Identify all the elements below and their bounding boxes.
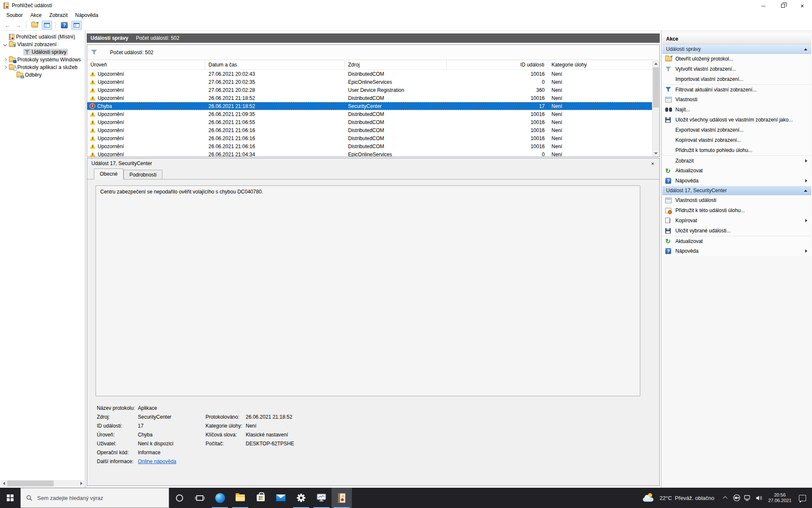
scroll-left-icon[interactable] xyxy=(0,480,7,487)
table-row[interactable]: !Upozornění26.06.2021 21:04:34EpicOnline… xyxy=(87,150,652,157)
cell-level: !Upozornění xyxy=(87,127,205,133)
taskbar-app-cortana[interactable] xyxy=(169,488,189,508)
table-row[interactable]: !Upozornění27.06.2021 20:02:28User Devic… xyxy=(87,86,652,94)
hidden-icons-chevron-icon[interactable] xyxy=(720,488,731,508)
column-header-source[interactable]: Zdroj xyxy=(345,60,447,69)
back-icon[interactable]: ← xyxy=(3,22,12,29)
meet-now-icon[interactable] xyxy=(731,488,742,508)
taskbar-app-microsoft-store[interactable] xyxy=(250,488,271,508)
action-item[interactable]: ?Nápověda xyxy=(662,246,811,256)
taskbar-app-event-viewer[interactable] xyxy=(332,488,352,508)
tree-item-3[interactable]: Protokoly systému Windows xyxy=(0,56,85,64)
column-header-datetime[interactable]: Datum a čas xyxy=(205,60,345,69)
cell-event-id: 10016 xyxy=(447,119,548,125)
tree-item-1[interactable]: Vlastní zobrazení xyxy=(0,41,85,48)
tree-horizontal-scrollbar[interactable] xyxy=(0,480,85,487)
chevron-right-icon[interactable] xyxy=(2,58,8,61)
action-section-header-1[interactable]: Událost 17, SecurityCenter xyxy=(662,186,811,195)
chevron-down-icon[interactable] xyxy=(2,43,8,46)
taskbar-app-task-view[interactable] xyxy=(189,488,210,508)
table-row[interactable]: !Upozornění26.06.2021 21:06:16Distribute… xyxy=(87,126,652,134)
tree-item-4[interactable]: Protokoly aplikací a služeb xyxy=(0,64,85,71)
toolbar-separator xyxy=(55,22,56,28)
table-row[interactable]: !Upozornění26.06.2021 21:09:35Distribute… xyxy=(87,110,652,118)
tree-item-label: Události správy xyxy=(32,49,66,55)
tab-podrobnosti[interactable]: Podrobnosti xyxy=(123,170,162,179)
minimize-button[interactable]: — xyxy=(754,0,773,11)
show-console-tree-button[interactable] xyxy=(42,21,52,30)
column-header-event-id[interactable]: ID události xyxy=(447,60,548,69)
taskbar-app-mail[interactable] xyxy=(271,488,291,508)
action-item[interactable]: Exportovat vlastní zobrazení... xyxy=(662,125,811,135)
action-item[interactable]: Vytvořit vlastní zobrazení... xyxy=(662,64,811,74)
tree-item-2[interactable]: Události správy xyxy=(0,48,85,56)
action-item[interactable]: Vlastnosti události xyxy=(662,195,811,205)
tree-item-0[interactable]: Prohlížeč událostí (Místní) xyxy=(0,33,85,41)
table-row[interactable]: !Upozornění27.06.2021 20:02:43Distribute… xyxy=(87,70,652,78)
open-saved-log-button[interactable] xyxy=(30,21,40,30)
network-icon[interactable] xyxy=(742,488,753,508)
column-header-category[interactable]: Kategorie úlohy xyxy=(548,60,652,69)
help-icon: ? xyxy=(665,178,671,184)
action-item[interactable]: Přidružit k tomuto pohledu úlohu... xyxy=(662,145,811,155)
table-row[interactable]: !Upozornění27.06.2021 20:02:35EpicOnline… xyxy=(87,78,652,86)
volume-icon[interactable] xyxy=(753,488,764,508)
action-item[interactable]: Importovat vlastní zobrazení... xyxy=(662,74,811,84)
show-action-pane-button[interactable] xyxy=(71,21,82,30)
taskbar-clock[interactable]: 20:56 27.06.2021 xyxy=(766,492,794,503)
scrollbar-thumb[interactable] xyxy=(7,480,54,486)
forward-icon[interactable]: → xyxy=(14,22,22,29)
action-item[interactable]: Zobrazit xyxy=(662,155,811,166)
tab-obecne[interactable]: Obecné xyxy=(94,168,123,179)
action-item[interactable]: Přidružit k této události úlohu... xyxy=(662,205,811,215)
action-item[interactable]: Otevřít uložený protokol... xyxy=(662,54,811,64)
action-item[interactable]: Kopírovat xyxy=(662,215,811,226)
cell-category: Není xyxy=(548,103,652,109)
close-icon[interactable]: × xyxy=(651,160,654,167)
taskbar-app-performance-monitor[interactable] xyxy=(311,488,332,508)
menu-bar: Soubor Akce Zobrazit Nápověda xyxy=(0,11,812,19)
action-item[interactable]: Najít... xyxy=(662,105,811,115)
action-item[interactable]: Uložit vybrané události... xyxy=(662,226,811,236)
menu-napoveda[interactable]: Nápověda xyxy=(71,11,102,19)
scroll-down-icon[interactable] xyxy=(653,150,659,157)
table-row[interactable]: !Upozornění26.06.2021 21:06:16Distribute… xyxy=(87,142,652,150)
scrollbar-thumb[interactable] xyxy=(653,67,659,108)
help-button[interactable]: ? xyxy=(59,21,69,30)
taskbar-search-input[interactable]: Sem zadejte hledaný výraz xyxy=(20,488,169,508)
table-row[interactable]: !Upozornění26.06.2021 21:06:55Distribute… xyxy=(87,118,652,126)
folder-filter-icon xyxy=(9,42,16,47)
table-row[interactable]: !Upozornění26.06.2021 21:06:16Distribute… xyxy=(87,134,652,142)
submenu-arrow-icon xyxy=(805,159,807,163)
menu-zobrazit[interactable]: Zobrazit xyxy=(45,11,71,19)
action-center-icon[interactable] xyxy=(799,495,806,501)
action-item[interactable]: Filtrovat aktuální vlastní zobrazení... xyxy=(662,84,811,94)
online-help-link[interactable]: Online nápověda xyxy=(138,458,206,464)
action-item[interactable]: ?Nápověda xyxy=(662,176,811,186)
menu-soubor[interactable]: Soubor xyxy=(3,11,27,19)
table-row[interactable]: !Chyba26.06.2021 21:18:52SecurityCenter1… xyxy=(87,102,652,110)
taskbar-app-edge[interactable] xyxy=(210,488,230,508)
column-header-level[interactable]: Úroveň xyxy=(87,60,205,69)
action-item[interactable]: ↻Aktualizovat xyxy=(662,236,811,246)
level-text: Upozornění xyxy=(98,87,124,93)
action-item[interactable]: Uložit všechny události ve vlastním zobr… xyxy=(662,115,811,125)
scroll-up-icon[interactable] xyxy=(653,61,659,67)
events-vertical-scrollbar[interactable] xyxy=(652,61,659,157)
action-icon-slot xyxy=(665,218,675,223)
action-item[interactable]: Vlastnosti xyxy=(662,94,811,105)
weather-text[interactable]: 22°C Převáž. oblačno xyxy=(659,495,714,501)
menu-akce[interactable]: Akce xyxy=(27,11,46,19)
tree-item-5[interactable]: Odběry xyxy=(0,71,85,79)
start-button[interactable] xyxy=(0,488,20,508)
action-section-header-0[interactable]: Události správy xyxy=(662,44,811,54)
taskbar-app-file-explorer[interactable] xyxy=(230,488,250,508)
action-item[interactable]: ↻Aktualizovat xyxy=(662,166,811,176)
close-button[interactable]: × xyxy=(793,0,812,11)
taskbar-app-settings[interactable] xyxy=(291,488,311,508)
table-row[interactable]: !Upozornění26.06.2021 21:18:52Distribute… xyxy=(87,94,652,102)
chevron-right-icon[interactable] xyxy=(2,66,8,69)
scroll-right-icon[interactable] xyxy=(78,480,85,487)
action-item[interactable]: Kopírovat vlastní zobrazení... xyxy=(662,135,811,145)
restore-button[interactable] xyxy=(773,0,793,11)
